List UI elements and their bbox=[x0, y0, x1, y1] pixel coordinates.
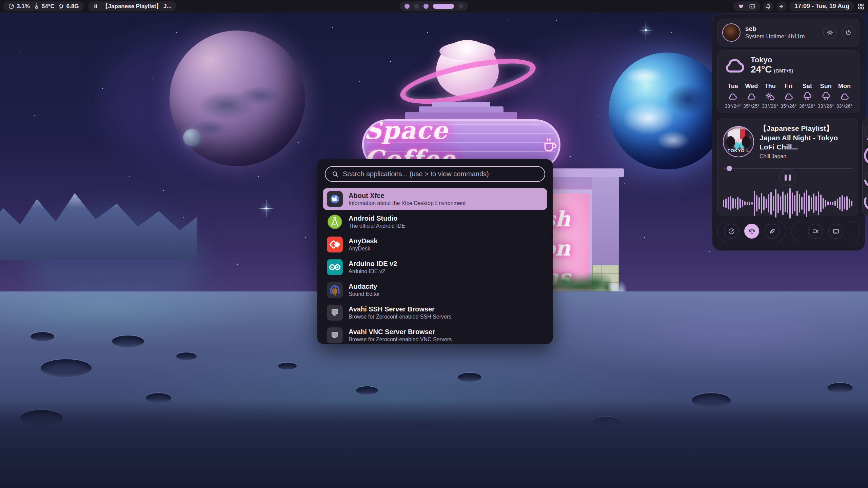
workspace-dot-1[interactable] bbox=[405, 4, 410, 9]
audacity-app-icon bbox=[327, 282, 343, 298]
volume-icon[interactable] bbox=[776, 1, 787, 12]
album-art-text: TOKYO L bbox=[724, 148, 753, 153]
crater bbox=[278, 363, 297, 369]
power-icon bbox=[845, 29, 852, 36]
app-results-list: About XfceInformation about the Xfce Des… bbox=[323, 188, 547, 346]
mountains bbox=[0, 186, 197, 260]
power-profile-selector bbox=[717, 221, 786, 241]
app-item-android-studio[interactable]: Android StudioThe official Android IDE bbox=[323, 211, 547, 233]
crater bbox=[827, 383, 853, 392]
app-item-audacity[interactable]: AudacitySound Editor bbox=[323, 279, 547, 301]
forecast-day-mon: Mon33°/26° bbox=[835, 83, 854, 109]
partly-sunny-icon bbox=[765, 92, 775, 101]
app-item-anydesk[interactable]: AnyDeskAnyDesk bbox=[323, 233, 547, 256]
app-item-avahi-vnc-server-browser[interactable]: Avahi VNC Server BrowserBrowse for Zeroc… bbox=[323, 324, 547, 346]
app-item-avahi-ssh-server-browser[interactable]: Avahi SSH Server BrowserBrowse for Zeroc… bbox=[323, 302, 547, 324]
app-description: Browse for Zeroconf-enabled SSH Servers bbox=[349, 313, 451, 320]
control-sidebar: seb System Uptime: 4h11m Tokyo 24°C(GMT+… bbox=[712, 14, 865, 251]
app-description: Information about the Xfce Desktop Envir… bbox=[349, 200, 466, 207]
app-name: About Xfce bbox=[349, 191, 466, 200]
app-name: Avahi VNC Server Browser bbox=[349, 328, 452, 336]
balanced-profile-button[interactable] bbox=[744, 224, 759, 239]
screen-record-button[interactable] bbox=[808, 224, 823, 239]
performance-profile-button[interactable] bbox=[724, 224, 739, 239]
chip-icon bbox=[58, 3, 64, 9]
system-uptime: System Uptime: 4h11m bbox=[745, 33, 805, 40]
power-button[interactable] bbox=[842, 26, 855, 39]
stat-thermometer: 54°C bbox=[33, 3, 55, 10]
coffee-cup-icon bbox=[540, 135, 559, 155]
app-launcher-overlay: Search applications... (use > to view co… bbox=[317, 159, 553, 344]
app-item-arduino-ide-v2[interactable]: Arduino IDE v2Arduino IDE v2 bbox=[323, 256, 547, 278]
scales-icon bbox=[748, 228, 755, 235]
crater bbox=[356, 386, 378, 394]
now-playing-pill[interactable]: 【Japanese Playlist】 J... bbox=[88, 1, 176, 11]
app-grid-icon[interactable] bbox=[857, 3, 865, 10]
crater bbox=[112, 336, 144, 347]
cloudy-icon bbox=[746, 92, 756, 101]
now-playing-label: 【Japanese Playlist】 J... bbox=[102, 2, 172, 10]
gauge-chip: 14% bbox=[863, 168, 868, 189]
star-flare bbox=[265, 207, 267, 209]
xfce-app-icon bbox=[327, 191, 343, 207]
track-subtitle: Chill Japan. bbox=[760, 154, 852, 160]
clock[interactable]: 17:09 - Tue, 19 Aug bbox=[790, 1, 854, 11]
weather-temp: 24°C bbox=[751, 64, 772, 75]
power-saver-profile-button[interactable] bbox=[765, 224, 780, 239]
crater bbox=[41, 359, 92, 377]
crater bbox=[458, 373, 481, 382]
weather-cloud-icon bbox=[724, 57, 745, 74]
gear-icon bbox=[827, 29, 833, 36]
foreground-shadow bbox=[0, 400, 868, 488]
wallpaper-icon[interactable] bbox=[749, 3, 755, 9]
cat-icon[interactable] bbox=[738, 3, 744, 9]
anydesk-app-icon bbox=[327, 237, 343, 252]
pause-button[interactable] bbox=[779, 169, 796, 186]
workspace-dot-4[interactable] bbox=[433, 4, 454, 9]
forecast-day-sat: Sat36°/26° bbox=[798, 83, 816, 109]
app-item-about-xfce[interactable]: About XfceInformation about the Xfce Des… bbox=[323, 188, 547, 210]
crater bbox=[31, 332, 54, 341]
workspace-dot-5[interactable] bbox=[458, 4, 463, 9]
weather-timezone: (GMT+9) bbox=[774, 68, 793, 74]
workspace-switcher[interactable] bbox=[400, 1, 468, 11]
avatar bbox=[722, 23, 741, 42]
arduino-app-icon bbox=[327, 259, 343, 275]
settings-button[interactable] bbox=[823, 26, 837, 39]
notifications-bell-icon[interactable] bbox=[763, 1, 773, 12]
weather-forecast: Tue33°/24°Wed35°/25°Thu33°/26°Fri35°/26°… bbox=[724, 83, 854, 109]
android-studio-app-icon bbox=[327, 214, 343, 230]
widgets-pill[interactable] bbox=[733, 1, 760, 11]
cloudy-icon bbox=[840, 92, 850, 101]
forecast-day-thu: Thu33°/26° bbox=[761, 83, 780, 109]
search-placeholder: Search applications... (use > to view co… bbox=[343, 170, 489, 178]
app-name: AnyDesk bbox=[349, 237, 378, 245]
workspace-dot-2[interactable] bbox=[414, 4, 419, 9]
system-stats-pill[interactable]: 3.1%54°C6.8G bbox=[3, 1, 84, 11]
workspace-dot-3[interactable] bbox=[423, 4, 429, 9]
gauge-icon bbox=[8, 3, 15, 9]
rainy-icon bbox=[821, 92, 831, 101]
screenshot-button[interactable] bbox=[828, 224, 843, 239]
app-description: Sound Editor bbox=[349, 291, 380, 298]
stat-chip: 6.8G bbox=[58, 3, 79, 10]
search-input[interactable]: Search applications... (use > to view co… bbox=[325, 166, 545, 182]
video-camera-icon bbox=[812, 228, 819, 235]
user-name: seb bbox=[745, 25, 805, 33]
app-description: Browse for Zeroconf-enabled VNC Servers bbox=[349, 336, 452, 343]
weather-city: Tokyo bbox=[751, 56, 793, 64]
shop-roof bbox=[400, 102, 522, 121]
system-gauges-card: 3.1%54°C14%24% bbox=[862, 118, 868, 216]
forecast-day-wed: Wed35°/25° bbox=[742, 83, 761, 109]
thermometer-icon bbox=[33, 3, 40, 9]
cloudy-icon bbox=[784, 92, 794, 101]
app-description: Arduino IDE v2 bbox=[349, 268, 397, 275]
app-name: Avahi SSH Server Browser bbox=[349, 305, 451, 313]
album-art: TOKYO L bbox=[723, 126, 754, 157]
forecast-day-fri: Fri35°/26° bbox=[780, 83, 798, 109]
app-description: AnyDesk bbox=[349, 245, 378, 252]
app-name: Arduino IDE v2 bbox=[349, 260, 397, 268]
media-player-card: TOKYO L 【Japanese Playlist】 Japan All Ni… bbox=[717, 118, 858, 216]
app-name: Audacity bbox=[349, 282, 380, 291]
earth-planet bbox=[609, 53, 726, 169]
